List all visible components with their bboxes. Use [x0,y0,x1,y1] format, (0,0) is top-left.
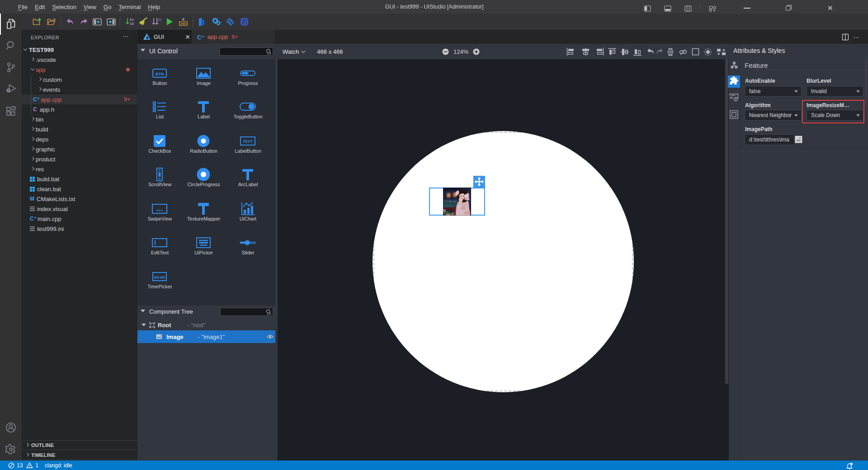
svg-text:10: 10 [130,22,134,26]
svg-text:BTN: BTN [156,72,164,76]
svg-text:00:00: 00:00 [154,275,165,280]
svg-text:TEXT: TEXT [243,139,253,144]
svg-text:01: 01 [158,18,161,22]
svg-text:01: 01 [130,18,134,22]
